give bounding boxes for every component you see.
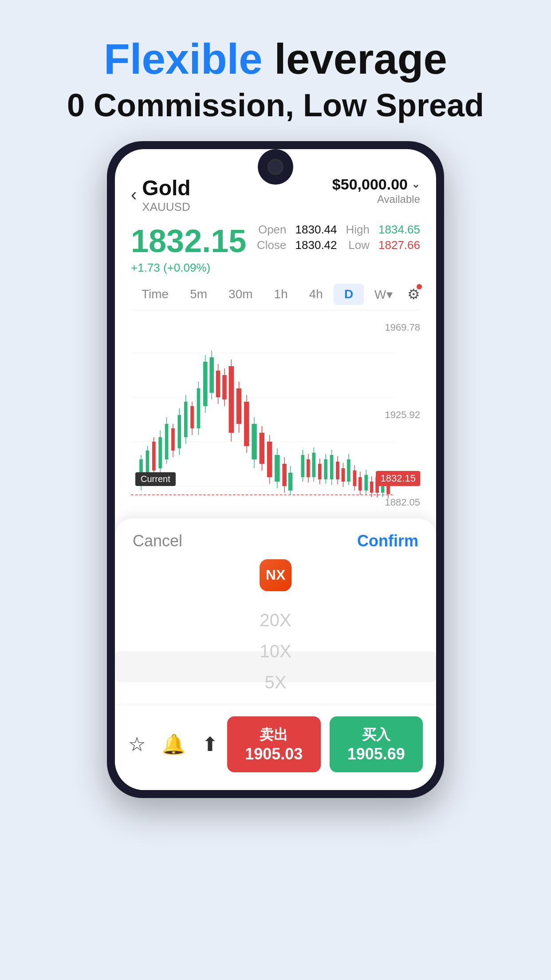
phone-container: ‹ Gold XAUUSD $50,000.00 ⌄ Available	[107, 141, 444, 798]
bell-icon[interactable]: 🔔	[161, 733, 186, 756]
panel-actions: Cancel Confirm	[115, 527, 436, 559]
confirm-button[interactable]: Confirm	[357, 532, 418, 550]
low-value: 1827.66	[378, 238, 420, 252]
current-tag: Current	[135, 472, 176, 486]
buy-price: 1905.69	[338, 745, 414, 763]
price-level-2: 1925.92	[385, 409, 420, 421]
flexible-text: Flexible	[104, 35, 262, 83]
account-info[interactable]: $50,000.00 ⌄ Available	[332, 176, 420, 205]
tf-D[interactable]: D	[334, 284, 364, 305]
balance-value: $50,000.00	[332, 176, 408, 193]
close-label: Close	[257, 238, 286, 252]
nx-badge: NX	[260, 559, 291, 591]
phone-screen: ‹ Gold XAUUSD $50,000.00 ⌄ Available	[115, 149, 436, 790]
header-subtitle: 0 Commission, Low Spread	[27, 87, 524, 123]
high-value: 1834.65	[378, 223, 420, 237]
star-icon[interactable]: ☆	[128, 733, 146, 756]
high-label: High	[346, 223, 370, 237]
picker-item-10x: 10X	[115, 636, 436, 667]
price-level-3: 1882.05	[385, 497, 420, 508]
leverage-picker-panel: Cancel Confirm NX 20X 10X 5X 1X	[115, 518, 436, 790]
tf-W[interactable]: W▾	[364, 284, 403, 305]
bottom-nav-bar: ☆ 🔔 ⬆ 卖出 1905.03 买入 1905.69	[115, 706, 436, 790]
picker-item-5x: 5X	[115, 667, 436, 698]
tf-4h[interactable]: 4h	[299, 284, 334, 305]
chart-area: 1969.78 1925.92 1882.05 Current 1832.15	[131, 317, 420, 513]
screen-content: ‹ Gold XAUUSD $50,000.00 ⌄ Available	[115, 149, 436, 790]
cancel-button[interactable]: Cancel	[133, 532, 182, 550]
current-price: 1832.15	[131, 223, 246, 259]
sell-label: 卖出	[236, 725, 312, 745]
tf-time[interactable]: Time	[131, 284, 179, 305]
low-label: Low	[346, 238, 370, 252]
instrument-name: Gold	[142, 176, 190, 200]
nav-icons-group: ☆ 🔔 ⬆	[128, 733, 218, 756]
open-value: 1830.44	[295, 223, 337, 237]
trade-buttons: 卖出 1905.03 买入 1905.69	[227, 716, 423, 772]
buy-label: 买入	[338, 725, 414, 745]
nx-label: NX	[266, 567, 285, 583]
buy-button[interactable]: 买入 1905.69	[330, 716, 423, 772]
camera-dot	[268, 159, 283, 175]
close-value: 1830.42	[295, 238, 337, 252]
account-balance-row: $50,000.00 ⌄	[332, 176, 420, 193]
settings-notification-dot	[417, 284, 422, 289]
tf-30m[interactable]: 30m	[218, 284, 263, 305]
sell-price: 1905.03	[236, 745, 312, 763]
picker-item-20x: 20X	[115, 605, 436, 636]
header-section: Flexible leverage 0 Commission, Low Spre…	[0, 0, 551, 141]
leverage-text: leverage	[263, 35, 447, 83]
page-title: Flexible leverage	[27, 36, 524, 83]
ohlc-grid: Open 1830.44 High 1834.65 Close 1830.42 …	[257, 223, 420, 252]
price-change: +1.73 (+0.09%)	[131, 261, 246, 275]
tf-5m[interactable]: 5m	[179, 284, 218, 305]
phone-frame: ‹ Gold XAUUSD $50,000.00 ⌄ Available	[107, 141, 444, 798]
chart-settings[interactable]: ⚙	[407, 286, 420, 303]
phone-notch	[258, 149, 293, 185]
back-arrow-icon: ‹	[131, 185, 137, 205]
tf-1h[interactable]: 1h	[264, 284, 299, 305]
instrument-code: XAUUSD	[142, 200, 190, 214]
back-area[interactable]: ‹ Gold XAUUSD	[131, 176, 191, 214]
current-line-label: 1832.15	[376, 471, 420, 486]
timeframe-bar: Time 5m 30m 1h 4h D W▾ ⚙	[131, 284, 420, 310]
share-icon[interactable]: ⬆	[202, 733, 218, 756]
open-label: Open	[257, 223, 286, 237]
instrument-info: Gold XAUUSD	[142, 176, 190, 214]
price-section: 1832.15 +1.73 (+0.09%) Open 1830.44 High…	[131, 223, 420, 275]
sell-button[interactable]: 卖出 1905.03	[227, 716, 321, 772]
chevron-down-icon: ⌄	[411, 178, 420, 190]
price-level-1: 1969.78	[385, 322, 420, 333]
account-label: Available	[332, 193, 420, 205]
